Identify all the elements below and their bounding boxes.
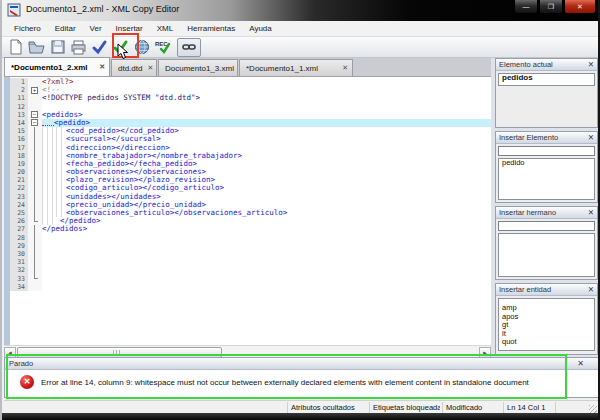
fold-margin[interactable]	[28, 127, 42, 135]
line-number: 32	[10, 266, 28, 274]
fold-margin[interactable]	[28, 103, 42, 111]
panel-list[interactable]	[498, 233, 595, 277]
tab-close-icon[interactable]: ✕	[94, 63, 105, 71]
code-text: </pedido>	[42, 217, 491, 225]
panel-search-input[interactable]	[498, 221, 595, 231]
menu-insertar[interactable]: Insertar	[109, 22, 150, 35]
output-panel-header: Parado ✕	[5, 358, 598, 370]
menu-bar: FicheroEditarVerInsertarXMLHerramientasA…	[2, 21, 600, 37]
fold-margin[interactable]	[28, 217, 42, 225]
menu-fichero[interactable]: Fichero	[7, 22, 48, 35]
open-file-button[interactable]	[26, 38, 47, 57]
list-item[interactable]: gt	[499, 321, 594, 330]
close-button[interactable]: ✕	[564, 0, 596, 14]
fold-margin[interactable]	[28, 135, 42, 143]
fold-margin[interactable]	[28, 176, 42, 184]
output-close-icon[interactable]: ✕	[577, 359, 584, 368]
fold-margin[interactable]	[28, 152, 42, 160]
fold-margin[interactable]	[28, 225, 42, 233]
line-number: 16	[10, 135, 28, 143]
panel-close-icon[interactable]: ✕	[588, 60, 594, 69]
fold-line	[34, 250, 35, 258]
save-file-button[interactable]	[47, 38, 68, 57]
status-separator	[503, 402, 504, 413]
code-line: 11<!DOCTYPE pedidos SYSTEM "dtd.dtd">	[10, 94, 491, 102]
panel-elemento-actual: Elemento actual✕pedidos	[495, 58, 598, 128]
panel-title-bar: Elemento actual✕	[496, 59, 597, 71]
code-text	[42, 283, 491, 291]
fold-margin[interactable]	[28, 234, 42, 242]
tab-4[interactable]: *Documento1_1.xml✕	[239, 59, 353, 76]
fold-line	[34, 144, 35, 152]
fold-plus-icon[interactable]: +	[31, 87, 38, 94]
list-item[interactable]: pedidos	[499, 74, 594, 83]
fold-margin[interactable]	[28, 160, 42, 168]
tab-label: *Documento1_2.xml	[11, 63, 87, 72]
new-document-button[interactable]	[5, 38, 26, 57]
fold-margin[interactable]	[28, 94, 42, 102]
fold-minus-icon[interactable]: −	[31, 119, 38, 126]
panel-close-icon[interactable]: ✕	[588, 208, 594, 217]
menu-xml[interactable]: XML	[150, 22, 180, 35]
list-item[interactable]: quot	[499, 338, 594, 347]
tab-2[interactable]: dtd.dtd✕	[111, 59, 157, 76]
check-wellformed-button[interactable]	[89, 38, 110, 57]
code-line: 32	[10, 266, 491, 274]
fold-margin[interactable]	[28, 144, 42, 152]
fold-line	[34, 201, 35, 209]
maximize-button[interactable]: ❐	[539, 0, 563, 14]
status-separator	[369, 402, 370, 413]
code-lines: 1<?xml?>2+<!--11<!DOCTYPE pedidos SYSTEM…	[10, 78, 491, 291]
tab-close-icon[interactable]: ✕	[337, 64, 348, 72]
fold-margin[interactable]: −	[28, 119, 42, 127]
panel-list[interactable]: pedidos	[498, 73, 595, 86]
fold-line	[34, 258, 35, 266]
tab-close-icon[interactable]: ✕	[234, 64, 238, 72]
fold-margin[interactable]	[28, 168, 42, 176]
fold-minus-icon[interactable]: −	[31, 111, 38, 118]
fold-margin[interactable]	[28, 275, 42, 283]
line-number: 20	[10, 168, 28, 176]
globe-icon	[134, 39, 150, 55]
fold-margin[interactable]	[28, 78, 42, 86]
fold-margin[interactable]	[28, 184, 42, 192]
fold-margin[interactable]	[28, 193, 42, 201]
line-number: 17	[10, 144, 28, 152]
validate-dtd-button[interactable]	[110, 38, 131, 57]
green-check-icon	[112, 39, 129, 55]
fold-margin[interactable]: −	[28, 111, 42, 119]
lock-tags-button[interactable]	[177, 38, 201, 57]
panel-list[interactable]: pedido	[498, 158, 595, 200]
status-separator	[442, 402, 443, 413]
fold-margin[interactable]: +	[28, 86, 42, 94]
resize-grip[interactable]	[589, 405, 597, 413]
tab-3[interactable]: Documento1_3.xml✕	[158, 59, 238, 76]
code-editor[interactable]: 1<?xml?>2+<!--11<!DOCTYPE pedidos SYSTEM…	[4, 77, 491, 358]
tab-close-icon[interactable]: ✕	[142, 64, 153, 72]
fold-margin[interactable]	[28, 201, 42, 209]
fold-margin[interactable]	[28, 250, 42, 258]
fold-margin[interactable]	[28, 258, 42, 266]
print-button[interactable]	[68, 38, 89, 57]
fold-margin[interactable]	[28, 266, 42, 274]
tab-1[interactable]: *Documento1_2.xml✕	[4, 57, 110, 76]
fold-margin[interactable]	[28, 209, 42, 217]
preview-browser-button[interactable]	[131, 38, 152, 57]
panel-list[interactable]: ampaposgtltquot	[498, 298, 595, 351]
menu-ayuda[interactable]: Ayuda	[242, 22, 279, 35]
list-item[interactable]: apos	[499, 313, 594, 322]
list-item[interactable]: pedido	[499, 159, 594, 168]
menu-herramientas[interactable]: Herramientas	[180, 22, 242, 35]
minimize-button[interactable]: —	[514, 0, 538, 14]
panel-close-icon[interactable]: ✕	[588, 133, 594, 142]
menu-editar[interactable]: Editar	[48, 22, 83, 35]
panel-close-icon[interactable]: ✕	[588, 285, 594, 294]
fold-line	[34, 242, 35, 250]
panel-search-input[interactable]	[498, 146, 595, 156]
fold-line	[34, 135, 35, 143]
fold-margin[interactable]	[28, 242, 42, 250]
title-bar: Documento1_2.xml - XML Copy Editor —❐✕	[2, 0, 600, 21]
fold-margin[interactable]	[28, 283, 42, 291]
spell-check-button[interactable]: REC	[152, 38, 173, 57]
menu-ver[interactable]: Ver	[83, 22, 109, 35]
